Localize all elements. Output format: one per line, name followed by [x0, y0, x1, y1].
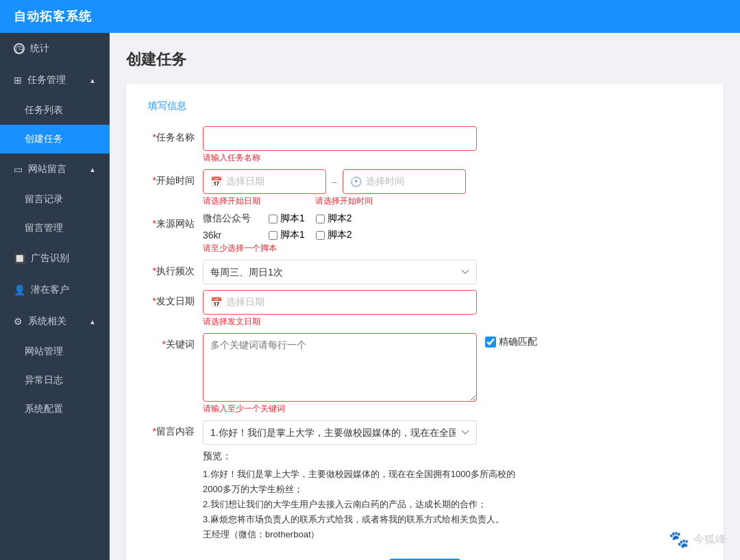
frequency-field: 每周三、周日1次 每天1次 每周1次	[203, 260, 702, 284]
start-time-label: *开始时间	[148, 169, 203, 187]
publish-date-picker[interactable]: 📅 选择日期	[203, 290, 477, 315]
task-name-field: 请输入任务名称	[203, 126, 702, 164]
app-title: 自动拓客系统	[14, 8, 92, 25]
chevron-down-icon-2: ▲	[89, 166, 96, 173]
wechat-script2-checkbox[interactable]	[316, 215, 325, 223]
preview-line-3: 2.我们想让我们的大学生用户去接入云南白药的产品，达成长期的合作；	[203, 497, 545, 512]
settings-icon: ⚙	[14, 316, 23, 327]
start-time-field: 📅 选择日期 – 🕐 选择时间 请选择开始日期 请选择开始时间	[203, 169, 702, 207]
watermark-text: 今狐峰	[693, 533, 726, 547]
message-content-field: 1.你好！我们是掌上大学，主要做校园媒体的，现在在全国拥有1000多所高...	[203, 420, 702, 445]
wechat-script1-label: 脚本1	[280, 212, 305, 225]
keywords-error: 请输入至少一个关键词	[203, 403, 702, 415]
36kr-script1-checkbox[interactable]	[269, 231, 278, 240]
date-separator: –	[332, 176, 337, 187]
publish-date-label: *发文日期	[148, 290, 203, 308]
clock-icon-2: 🕐	[350, 176, 362, 187]
sidebar-item-create-task[interactable]: 创建任务	[0, 125, 110, 154]
source-name-36kr: 36kr	[203, 230, 258, 241]
start-date-error: 请选择开始日期	[203, 195, 260, 207]
source-website-row: *来源网站 微信公众号 脚本1 脚本2	[148, 212, 702, 254]
36kr-script1-label: 脚本1	[280, 229, 305, 241]
watermark: 🐾 今狐峰	[669, 530, 726, 549]
sidebar-item-stats-label: 统计	[30, 42, 49, 55]
end-time-placeholder: 选择时间	[366, 175, 404, 188]
preview-line-1: 1.你好！我们是掌上大学，主要做校园媒体的，现在在全国拥有1000多所高校的	[203, 467, 545, 482]
preview-title: 预览：	[203, 450, 702, 463]
sidebar-group-task-mgmt[interactable]: ⊞ 任务管理 ▲	[0, 64, 110, 96]
sidebar-item-system-config[interactable]: 系统配置	[0, 395, 110, 424]
36kr-script1-item[interactable]: 脚本1	[269, 229, 305, 241]
exact-match-container: 精确匹配	[485, 333, 537, 348]
clock-icon: ◷	[14, 43, 25, 54]
sidebar-item-error-log[interactable]: 异常日志	[0, 366, 110, 395]
source-website-label: *来源网站	[148, 212, 203, 230]
preview-section: 预览： 1.你好！我们是掌上大学，主要做校园媒体的，现在在全国拥有1000多所高…	[203, 450, 702, 542]
36kr-script2-label: 脚本2	[328, 229, 352, 241]
form-section-title: 填写信息	[148, 100, 702, 112]
sidebar-item-potential-customers[interactable]: 👤 潜在客户	[0, 274, 110, 306]
publish-date-error: 请选择发文日期	[203, 316, 702, 328]
keywords-textarea[interactable]	[203, 333, 477, 402]
preview-line-2: 2000多万的大学生粉丝；	[203, 482, 545, 497]
start-time-error: 请选择开始时间	[315, 195, 373, 207]
chevron-down-icon-3: ▲	[89, 318, 96, 326]
sidebar-group-system[interactable]: ⚙ 系统相关 ▲	[0, 306, 110, 337]
wechat-script2-item[interactable]: 脚本2	[316, 212, 352, 225]
publish-date-row: *发文日期 📅 选择日期 请选择发文日期	[148, 290, 702, 328]
keywords-row: *关键词 精确匹配 请输入至少一个关键词	[148, 333, 702, 415]
message-content-label: *留言内容	[148, 420, 203, 438]
wechat-script2-label: 脚本2	[328, 212, 352, 225]
calendar-icon-2: 📅	[210, 297, 222, 308]
monitor-icon: ▭	[14, 164, 23, 175]
user-icon: 👤	[14, 284, 25, 295]
preview-text: 1.你好！我们是掌上大学，主要做校园媒体的，现在在全国拥有1000多所高校的 2…	[203, 467, 545, 542]
source-row-wechat: 微信公众号 脚本1 脚本2	[203, 212, 702, 225]
ad-icon: 🔲	[14, 253, 25, 264]
task-name-input[interactable]	[203, 126, 477, 151]
form-card: 填写信息 *任务名称 请输入任务名称 *开始时间	[126, 84, 724, 560]
sidebar-item-ad-recognition[interactable]: 🔲 广告识别	[0, 243, 110, 274]
sidebar: ◷ 统计 ⊞ 任务管理 ▲ 任务列表 创建任务 ▭ 网站留言 ▲ 留言记录	[0, 33, 110, 560]
publish-date-placeholder: 选择日期	[226, 296, 264, 308]
watermark-icon: 🐾	[669, 530, 689, 549]
page-title: 创建任务	[126, 49, 724, 70]
exact-match-label: 精确匹配	[499, 336, 537, 348]
wechat-script1-checkbox[interactable]	[269, 215, 278, 223]
sidebar-item-comment-mgmt[interactable]: 留言管理	[0, 214, 110, 243]
frequency-label: *执行频次	[148, 260, 203, 278]
source-error: 请至少选择一个脚本	[203, 243, 702, 254]
start-time-row: *开始时间 📅 选择日期 – 🕐 选择时间	[148, 169, 702, 207]
sidebar-group-website-comments[interactable]: ▭ 网站留言 ▲	[0, 154, 110, 185]
wechat-script1-item[interactable]: 脚本1	[269, 212, 305, 225]
source-website-field: 微信公众号 脚本1 脚本2 36kr	[203, 212, 702, 254]
preview-line-4: 3.麻烦您将市场负责人的联系方式给我，或者将我的联系方式给相关负责人。	[203, 512, 545, 527]
message-content-select[interactable]: 1.你好！我们是掌上大学，主要做校园媒体的，现在在全国拥有1000多所高...	[203, 420, 477, 445]
sidebar-item-task-list[interactable]: 任务列表	[0, 96, 110, 125]
sidebar-item-site-mgmt[interactable]: 网站管理	[0, 337, 110, 366]
source-name-wechat: 微信公众号	[203, 212, 258, 225]
main-content: 创建任务 填写信息 *任务名称 请输入任务名称 *开始时间	[110, 33, 740, 560]
36kr-script2-checkbox[interactable]	[316, 231, 325, 240]
exact-match-checkbox[interactable]	[485, 337, 496, 348]
sidebar-item-stats[interactable]: ◷ 统计	[0, 33, 110, 64]
source-row-36kr: 36kr 脚本1 脚本2	[203, 229, 702, 241]
start-date-placeholder: 选择日期	[226, 175, 264, 188]
grid-icon: ⊞	[14, 75, 22, 86]
top-header: 自动拓客系统	[0, 0, 740, 33]
publish-date-field: 📅 选择日期 请选择发文日期	[203, 290, 702, 328]
sidebar-item-comment-records[interactable]: 留言记录	[0, 185, 110, 214]
task-name-error: 请输入任务名称	[203, 152, 702, 164]
keywords-label: *关键词	[148, 333, 203, 351]
36kr-script2-item[interactable]: 脚本2	[316, 229, 352, 241]
chevron-down-icon: ▲	[89, 77, 96, 84]
frequency-row: *执行频次 每周三、周日1次 每天1次 每周1次	[148, 260, 702, 284]
task-name-label: *任务名称	[148, 126, 203, 144]
task-name-row: *任务名称 请输入任务名称	[148, 126, 702, 164]
message-content-row: *留言内容 1.你好！我们是掌上大学，主要做校园媒体的，现在在全国拥有1000多…	[148, 420, 702, 445]
end-time-picker[interactable]: 🕐 选择时间	[343, 169, 466, 194]
frequency-select[interactable]: 每周三、周日1次 每天1次 每周1次	[203, 260, 477, 284]
keywords-field: 精确匹配 请输入至少一个关键词	[203, 333, 702, 415]
start-date-picker[interactable]: 📅 选择日期	[203, 169, 326, 194]
calendar-icon: 📅	[210, 176, 222, 187]
